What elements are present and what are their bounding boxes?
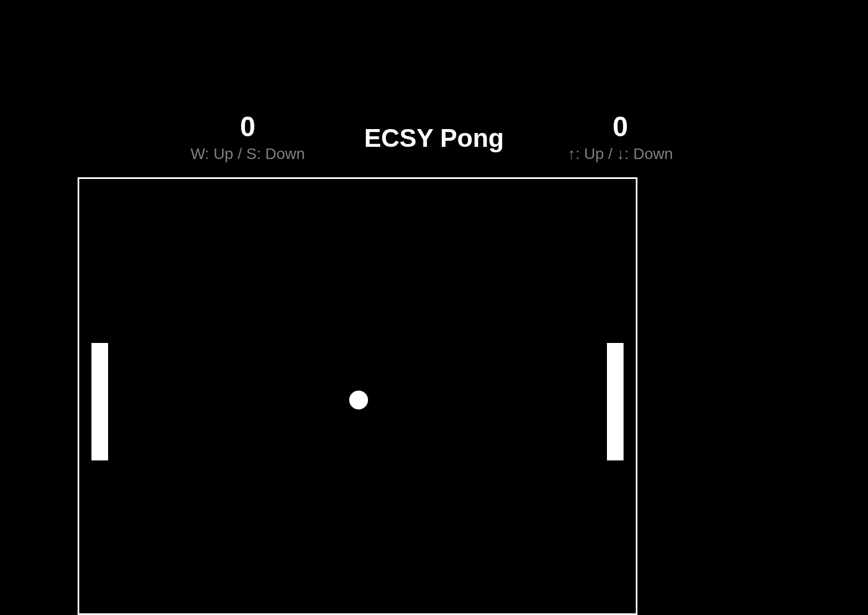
player-right-controls: ↑: Up / ↓: Down bbox=[568, 145, 673, 163]
player-right-info: 0 ↑: Up / ↓: Down bbox=[526, 113, 714, 163]
player-left-info: 0 W: Up / S: Down bbox=[154, 113, 342, 163]
player-left-score: 0 bbox=[240, 113, 256, 141]
player-right-score: 0 bbox=[612, 113, 628, 141]
game-header: 0 W: Up / S: Down ECSY Pong 0 ↑: Up / ↓:… bbox=[0, 113, 868, 163]
paddle-left[interactable] bbox=[91, 343, 108, 460]
game-title: ECSY Pong bbox=[364, 123, 504, 153]
game-field[interactable] bbox=[78, 177, 637, 615]
ball bbox=[349, 391, 368, 409]
player-left-controls: W: Up / S: Down bbox=[191, 145, 305, 163]
paddle-right[interactable] bbox=[607, 343, 624, 460]
